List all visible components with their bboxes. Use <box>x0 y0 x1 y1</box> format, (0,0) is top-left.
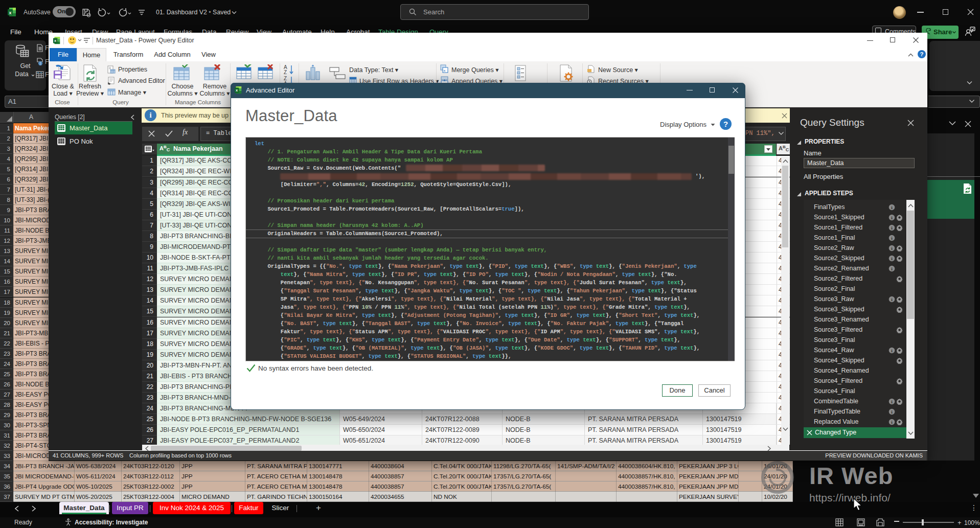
svg-text:x: x <box>9 10 11 15</box>
